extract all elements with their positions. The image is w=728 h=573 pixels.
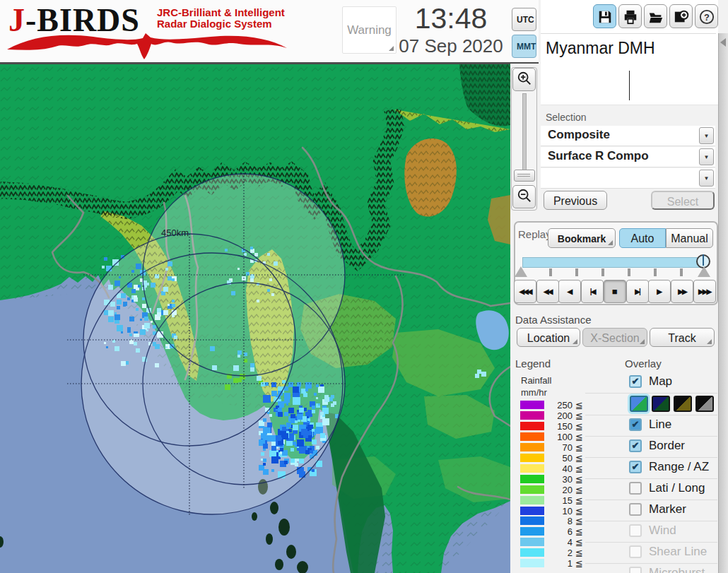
legend-unit: Rainfall mm/hr bbox=[521, 374, 551, 398]
replay-range-start-marker[interactable] bbox=[515, 266, 527, 277]
legend-le-symbol: ≦ bbox=[575, 432, 583, 442]
overlay-item-wind: Wind bbox=[585, 521, 717, 543]
track-button[interactable]: Track bbox=[650, 328, 715, 347]
zoom-in-icon bbox=[517, 71, 532, 86]
timezone-utc-button[interactable]: UTC bbox=[512, 8, 536, 31]
selection-display-box[interactable] bbox=[541, 67, 715, 104]
overlay-item-label: Marker bbox=[649, 502, 686, 516]
warning-button[interactable]: Warning bbox=[342, 6, 397, 54]
chevron-down-icon[interactable]: ▼ bbox=[699, 170, 714, 187]
step-backward-button[interactable]: |◀ bbox=[581, 280, 604, 303]
play-forward-button[interactable]: ▶ bbox=[648, 280, 671, 303]
panel-edge-strip[interactable] bbox=[718, 33, 728, 573]
map-theme-swatch-3[interactable] bbox=[674, 396, 692, 412]
chevron-down-icon[interactable]: ▼ bbox=[699, 127, 714, 144]
overlay-item-marker[interactable]: Marker bbox=[585, 500, 717, 521]
eagle-logo-graphic bbox=[6, 31, 288, 61]
save-icon bbox=[597, 9, 613, 25]
overlay-item-label: Shear Line bbox=[649, 545, 707, 559]
chevron-down-icon[interactable]: ▼ bbox=[699, 148, 714, 165]
save-button[interactable] bbox=[593, 4, 616, 28]
open-file-button[interactable] bbox=[644, 4, 667, 28]
fastest-rewind-button[interactable]: ◀◀◀ bbox=[514, 280, 536, 303]
help-button[interactable]: ? bbox=[695, 4, 718, 28]
dropdown-composite-value: Composite bbox=[548, 128, 610, 142]
zoom-slider-track[interactable] bbox=[522, 93, 527, 171]
legend-value: 100 bbox=[546, 432, 573, 442]
step-forward-button[interactable]: ▶| bbox=[626, 280, 649, 303]
legend-color-swatch bbox=[520, 454, 544, 462]
replay-progress-track[interactable] bbox=[522, 257, 705, 268]
print-icon bbox=[623, 9, 638, 25]
legend-le-symbol: ≦ bbox=[575, 400, 583, 410]
previous-button[interactable]: Previous bbox=[544, 191, 607, 210]
help-icon: ? bbox=[699, 9, 715, 25]
logo-subtitle: JRC-Brilliant & Intelligent Radar Dialog… bbox=[157, 7, 285, 30]
checkbox-line[interactable]: ✔ bbox=[629, 418, 642, 431]
location-button[interactable]: Location bbox=[517, 328, 580, 347]
map-theme-swatch-4[interactable] bbox=[695, 396, 714, 412]
legend-le-symbol: ≦ bbox=[575, 495, 583, 506]
checkbox-range-az[interactable]: ✔ bbox=[629, 461, 642, 473]
overlay-item-map[interactable]: ✔Map bbox=[585, 372, 717, 394]
map-theme-swatch-2[interactable] bbox=[652, 396, 670, 412]
legend-color-swatch bbox=[520, 559, 544, 567]
replay-range-end-marker[interactable] bbox=[698, 266, 710, 277]
legend-value: 50 bbox=[546, 453, 573, 463]
timezone-mmt-button[interactable]: MMT bbox=[512, 35, 536, 58]
checkbox-map[interactable]: ✔ bbox=[629, 375, 642, 388]
replay-tick bbox=[628, 268, 630, 276]
capture-button[interactable] bbox=[669, 4, 693, 28]
manual-mode-button[interactable]: Manual bbox=[666, 228, 713, 248]
xsection-button[interactable]: X-Section bbox=[582, 328, 647, 347]
logo-subtitle-line2: Radar Dialogic System bbox=[157, 18, 285, 30]
dropdown-product[interactable]: Surface R Compo ▼ bbox=[541, 147, 715, 167]
clock-date: 07 Sep 2020 bbox=[392, 35, 510, 57]
legend-value: 10 bbox=[546, 506, 573, 516]
checkbox-lati-long[interactable] bbox=[629, 482, 642, 495]
legend-color-swatch bbox=[520, 432, 544, 441]
overlay-item-border[interactable]: ✔Border bbox=[585, 437, 717, 458]
legend-value: 200 bbox=[546, 410, 573, 421]
legend-color-swatch bbox=[520, 496, 544, 504]
radar-map[interactable]: 450km bbox=[0, 64, 510, 573]
dropdown-extra[interactable]: ▼ bbox=[541, 168, 715, 189]
legend-le-symbol: ≦ bbox=[575, 548, 583, 558]
legend-le-symbol: ≦ bbox=[575, 516, 583, 526]
play-backward-button[interactable]: ◀ bbox=[558, 280, 581, 303]
replay-tick bbox=[575, 268, 578, 276]
zoom-in-button[interactable] bbox=[512, 68, 536, 91]
fast-rewind-button[interactable]: ◀◀ bbox=[536, 280, 559, 303]
fast-forward-button[interactable]: ▶▶ bbox=[671, 280, 693, 303]
clock-time: 13:48 bbox=[398, 2, 504, 35]
zoom-slider-handle[interactable] bbox=[514, 170, 535, 182]
fastest-forward-button[interactable]: ▶▶▶ bbox=[693, 280, 716, 303]
auto-mode-button[interactable]: Auto bbox=[619, 228, 666, 248]
checkbox-border[interactable]: ✔ bbox=[629, 439, 642, 452]
bookmark-button[interactable]: Bookmark bbox=[548, 228, 616, 248]
replay-tick bbox=[680, 268, 683, 276]
checkbox-marker[interactable] bbox=[629, 503, 642, 516]
zoom-out-button[interactable] bbox=[512, 185, 536, 208]
toolbar-divider bbox=[541, 33, 716, 34]
print-button[interactable] bbox=[618, 4, 642, 28]
map-theme-row bbox=[585, 394, 717, 415]
legend-le-symbol: ≦ bbox=[575, 453, 583, 463]
legend-le-symbol: ≦ bbox=[575, 410, 583, 421]
dropdown-composite[interactable]: Composite ▼ bbox=[541, 126, 715, 146]
legend-unit-line1: Rainfall bbox=[521, 374, 551, 386]
legend-color-swatch bbox=[520, 443, 544, 451]
legend-le-symbol: ≦ bbox=[575, 474, 583, 485]
overlay-item-lati-long[interactable]: Lati / Long bbox=[585, 479, 717, 500]
stop-button[interactable]: ■ bbox=[604, 280, 626, 303]
collapse-panel-arrow-icon[interactable] bbox=[720, 38, 726, 47]
map-theme-swatch-1[interactable] bbox=[630, 396, 648, 412]
legend-value: 70 bbox=[546, 442, 573, 453]
overlay-item-line[interactable]: ✔Line bbox=[585, 415, 717, 437]
overlay-item-range-az[interactable]: ✔Range / AZ bbox=[585, 458, 717, 479]
legend-value: 250 bbox=[546, 400, 573, 410]
legend-color-swatch bbox=[520, 548, 544, 557]
checkbox-wind bbox=[629, 524, 642, 537]
legend-le-symbol: ≦ bbox=[575, 442, 583, 453]
overlay-item-label: Map bbox=[649, 374, 672, 389]
